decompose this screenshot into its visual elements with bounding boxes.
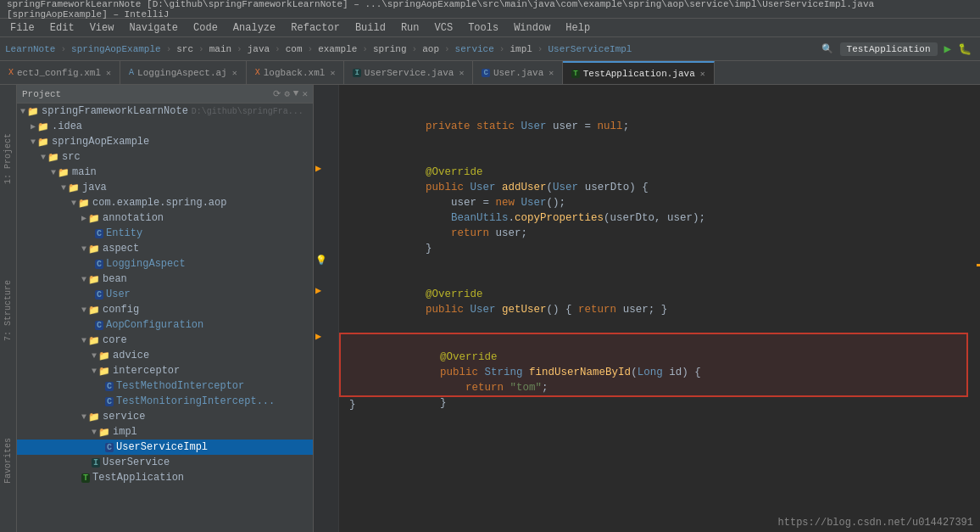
- nav-example[interactable]: example: [318, 44, 357, 54]
- close-icon[interactable]: ✕: [106, 68, 111, 78]
- tree-item[interactable]: ▼ 📁 main: [17, 165, 313, 180]
- run-config-label[interactable]: TestApplication: [840, 42, 938, 56]
- tree-item[interactable]: ▼ 📁 advice: [17, 348, 313, 363]
- menu-run[interactable]: Run: [394, 20, 426, 36]
- menu-tools[interactable]: Tools: [461, 20, 505, 36]
- tree-title: Project: [22, 89, 61, 99]
- tree-item[interactable]: C LoggingAspect: [17, 256, 313, 272]
- tree-item[interactable]: ▼ 📁 service: [17, 409, 313, 424]
- tree-item[interactable]: C User: [17, 287, 313, 302]
- gutter-line: ▶: [314, 329, 335, 344]
- tab-ectj-config[interactable]: X ectJ_config.xml ✕: [0, 61, 120, 84]
- tree-item-userservice[interactable]: I UserService: [17, 455, 313, 470]
- sync-icon[interactable]: ⟳: [273, 88, 281, 99]
- blog-url: https://blog.csdn.net/u014427391: [778, 517, 973, 529]
- gutter-line: [314, 146, 335, 161]
- code-editor[interactable]: private static User user = null; @Overri…: [339, 85, 968, 532]
- debug-button[interactable]: 🐛: [958, 42, 972, 56]
- project-tree: Project ⟳ ⚙ ▼ ✕ ▼ 📁 springFrameworkLearn…: [17, 85, 314, 532]
- gutter-line: ▶: [314, 161, 335, 176]
- tree-item[interactable]: ▶ 📁 annotation: [17, 210, 313, 226]
- gutter-line: [314, 360, 335, 375]
- tree-item[interactable]: ▼ 📁 core: [17, 333, 313, 348]
- tree-item[interactable]: ▼ 📁 springAopExample: [17, 134, 313, 149]
- tree-item[interactable]: ▼ 📁 config: [17, 302, 313, 317]
- menu-code[interactable]: Code: [187, 20, 225, 36]
- gutter-line: [314, 375, 335, 390]
- tab-label: TestApplication.java: [583, 69, 695, 79]
- gutter-line: [314, 344, 335, 360]
- close-icon[interactable]: ✕: [459, 68, 464, 78]
- tree-item[interactable]: ▼ 📁 bean: [17, 272, 313, 287]
- right-scroll-gutter[interactable]: [968, 85, 980, 532]
- menu-build[interactable]: Build: [348, 20, 393, 36]
- tree-item[interactable]: ▶ 📁 .idea: [17, 119, 313, 134]
- nav-com[interactable]: com: [286, 44, 303, 54]
- menu-navigate[interactable]: Navigate: [122, 20, 185, 36]
- collapse-icon[interactable]: ▼: [293, 88, 299, 99]
- tree-item[interactable]: ▼ 📁 interceptor: [17, 363, 313, 378]
- tree-item[interactable]: C TestMonitoringIntercept...: [17, 394, 313, 409]
- nav-aop[interactable]: aop: [422, 44, 439, 54]
- nav-springaopexample[interactable]: springAopExample: [71, 44, 161, 54]
- tree-item[interactable]: C TestMethodInterceptor: [17, 378, 313, 394]
- tab-logback[interactable]: X logback.xml ✕: [247, 61, 345, 84]
- tree-header-icons: ⟳ ⚙ ▼ ✕: [273, 88, 308, 99]
- tab-loggingaspect[interactable]: A LoggingAspect.aj ✕: [120, 61, 247, 84]
- menu-vcs[interactable]: VCS: [428, 20, 460, 36]
- tree-item[interactable]: C AopConfiguration: [17, 317, 313, 333]
- menu-help[interactable]: Help: [559, 20, 597, 36]
- tree-item[interactable]: ▼ 📁 java: [17, 180, 313, 195]
- menu-file[interactable]: File: [3, 20, 42, 36]
- close-tree-icon[interactable]: ✕: [302, 88, 308, 99]
- nav-spring[interactable]: spring: [373, 44, 407, 54]
- nav-main[interactable]: main: [209, 44, 231, 54]
- search-icon[interactable]: 🔍: [821, 43, 833, 54]
- debug-arrow-icon: ▶: [315, 329, 321, 344]
- test-icon: T: [571, 70, 579, 78]
- menu-window[interactable]: Window: [507, 20, 557, 36]
- line-gutter: ▶ 💡 ▶ ▶: [314, 85, 339, 532]
- menu-bar: File Edit View Navigate Code Analyze Ref…: [0, 19, 980, 37]
- menu-view[interactable]: View: [83, 20, 121, 36]
- hint-bulb-icon: 💡: [315, 253, 327, 268]
- nav-userserviceimpl[interactable]: UserServiceImpl: [548, 44, 632, 54]
- tree-item-testapplication[interactable]: T TestApplication: [17, 470, 313, 485]
- code-line: [339, 241, 968, 256]
- close-icon[interactable]: ✕: [330, 68, 335, 78]
- gutter-line: [314, 207, 335, 222]
- tree-item[interactable]: C Entity: [17, 226, 313, 241]
- nav-src[interactable]: src: [176, 44, 193, 54]
- tree-item[interactable]: ▼ 📁 springFrameworkLearnNote D:\github\s…: [17, 104, 313, 119]
- menu-refactor[interactable]: Refactor: [284, 20, 347, 36]
- run-button[interactable]: ▶: [944, 42, 951, 56]
- close-icon[interactable]: ✕: [548, 68, 554, 78]
- tree-item-userserviceimpl[interactable]: C UserServiceImpl: [17, 440, 313, 455]
- xml-icon: X: [8, 68, 14, 77]
- nav-java[interactable]: java: [248, 44, 270, 54]
- nav-learnnote[interactable]: LearnNote: [5, 44, 55, 54]
- menu-edit[interactable]: Edit: [43, 20, 81, 36]
- tab-testapplication[interactable]: T TestApplication.java ✕: [563, 61, 714, 84]
- tree-item[interactable]: ▼ 📁 aspect: [17, 241, 313, 256]
- tree-item[interactable]: ▼ 📁 impl: [17, 424, 313, 440]
- nav-service[interactable]: service: [455, 44, 494, 54]
- tree-item[interactable]: ▼ 📁 src: [17, 149, 313, 165]
- tab-user[interactable]: C User.java ✕: [473, 61, 563, 84]
- tree-item[interactable]: ▼ 📁 com.example.spring.aop: [17, 195, 313, 210]
- tab-userservice[interactable]: I UserService.java ✕: [344, 61, 473, 84]
- project-side-tab[interactable]: 1: Project: [2, 130, 14, 188]
- structure-side-tab[interactable]: 7: Structure: [2, 277, 14, 344]
- menu-analyze[interactable]: Analyze: [226, 20, 282, 36]
- close-icon[interactable]: ✕: [232, 68, 237, 78]
- settings-icon[interactable]: ⚙: [284, 88, 290, 99]
- code-line: [339, 88, 968, 104]
- code-line: [339, 134, 968, 149]
- gutter-line: [314, 85, 335, 100]
- close-icon[interactable]: ✕: [700, 69, 705, 79]
- gutter-line: [314, 268, 335, 283]
- nav-impl[interactable]: impl: [509, 44, 532, 54]
- favorites-side-tab[interactable]: Favorites: [2, 434, 14, 487]
- tab-label: logback.xml: [264, 68, 326, 78]
- gutter-line: [314, 390, 335, 406]
